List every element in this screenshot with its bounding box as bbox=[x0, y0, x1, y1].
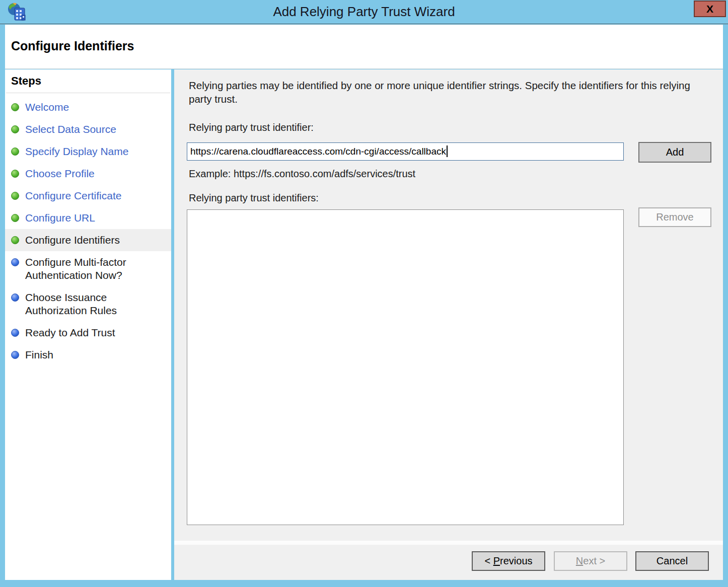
step-status-bullet bbox=[11, 329, 19, 337]
step-label: Select Data Source bbox=[25, 123, 151, 136]
example-text: Example: https://fs.contoso.com/adfs/ser… bbox=[189, 168, 415, 180]
footer-separator bbox=[174, 541, 723, 545]
identifier-label: Relying party trust identifier: bbox=[189, 122, 314, 133]
step-status-bullet bbox=[11, 258, 19, 266]
previous-label-key: P bbox=[493, 555, 500, 566]
step-label: Finish bbox=[25, 348, 151, 361]
wizard-window: Add Relying Party Trust Wizard X Configu… bbox=[0, 0, 728, 587]
step-label: Configure Identifiers bbox=[25, 234, 151, 247]
close-button[interactable]: X bbox=[694, 1, 726, 17]
step-status-bullet bbox=[11, 103, 19, 111]
steps-separator bbox=[6, 93, 170, 93]
step-status-bullet bbox=[11, 170, 19, 178]
step-label: Choose Profile bbox=[25, 167, 151, 180]
sidebar-step-finish[interactable]: Finish bbox=[5, 344, 171, 366]
page-header: Configure Identifiers bbox=[5, 25, 723, 69]
identifier-input[interactable]: https://carena.cloudflareaccess.com/cdn-… bbox=[187, 142, 624, 161]
cancel-button[interactable]: Cancel bbox=[635, 551, 709, 571]
sidebar-step-select-data-source[interactable]: Select Data Source bbox=[5, 118, 171, 140]
identifiers-listbox[interactable] bbox=[187, 209, 624, 525]
step-label: Ready to Add Trust bbox=[25, 326, 151, 339]
previous-button[interactable]: < Previous bbox=[472, 551, 545, 571]
next-button[interactable]: Next > bbox=[554, 551, 627, 571]
remove-button[interactable]: Remove bbox=[638, 207, 711, 227]
sidebar-step-ready-to-add-trust[interactable]: Ready to Add Trust bbox=[5, 322, 171, 344]
sidebar-step-configure-multi-factor-authentication-now[interactable]: Configure Multi-factor Authentication No… bbox=[5, 251, 171, 286]
previous-label-pre: < bbox=[484, 555, 493, 566]
step-label: Welcome bbox=[25, 101, 151, 114]
identifiers-list-label: Relying party trust identifiers: bbox=[189, 192, 319, 204]
text-caret bbox=[447, 145, 448, 157]
step-status-bullet bbox=[11, 236, 19, 244]
step-label: Configure Multi-factor Authentication No… bbox=[25, 256, 151, 282]
step-status-bullet bbox=[11, 214, 19, 222]
sidebar-step-specify-display-name[interactable]: Specify Display Name bbox=[5, 140, 171, 163]
next-label-post: ext > bbox=[583, 555, 605, 566]
window-title: Add Relying Party Trust Wizard bbox=[0, 0, 728, 24]
footer-bar: < Previous Next > Cancel bbox=[174, 545, 723, 580]
step-status-bullet bbox=[11, 293, 19, 302]
identifier-input-value: https://carena.cloudflareaccess.com/cdn-… bbox=[190, 146, 446, 157]
sidebar-step-choose-profile[interactable]: Choose Profile bbox=[5, 163, 171, 185]
previous-label-post: revious bbox=[500, 555, 532, 566]
steps-list: Welcome Select Data Source Specify Displ… bbox=[5, 96, 171, 366]
step-status-bullet bbox=[11, 125, 19, 133]
step-label: Specify Display Name bbox=[25, 145, 151, 158]
sidebar-step-choose-issuance-authorization-rules[interactable]: Choose Issuance Authorization Rules bbox=[5, 286, 171, 322]
sidebar-step-configure-identifiers[interactable]: Configure Identifiers bbox=[5, 229, 171, 251]
sidebar-step-configure-url[interactable]: Configure URL bbox=[5, 207, 171, 229]
sidebar-step-configure-certificate[interactable]: Configure Certificate bbox=[5, 185, 171, 207]
step-status-bullet bbox=[11, 192, 19, 200]
sidebar-step-welcome[interactable]: Welcome bbox=[5, 96, 171, 118]
next-label-key: N bbox=[576, 555, 583, 566]
steps-title: Steps bbox=[5, 75, 171, 88]
description-text: Relying parties may be identified by one… bbox=[189, 79, 703, 106]
step-label: Choose Issuance Authorization Rules bbox=[25, 291, 151, 317]
step-status-bullet bbox=[11, 351, 19, 359]
step-label: Configure URL bbox=[25, 211, 151, 225]
step-label: Configure Certificate bbox=[25, 189, 151, 202]
steps-sidebar: Steps Welcome Select Data Source Specify… bbox=[5, 69, 171, 580]
add-button[interactable]: Add bbox=[638, 142, 711, 163]
page-title: Configure Identifiers bbox=[11, 39, 134, 53]
titlebar: Add Relying Party Trust Wizard X bbox=[0, 0, 728, 24]
step-status-bullet bbox=[11, 148, 19, 156]
content-pane: Relying parties may be identified by one… bbox=[174, 69, 723, 541]
